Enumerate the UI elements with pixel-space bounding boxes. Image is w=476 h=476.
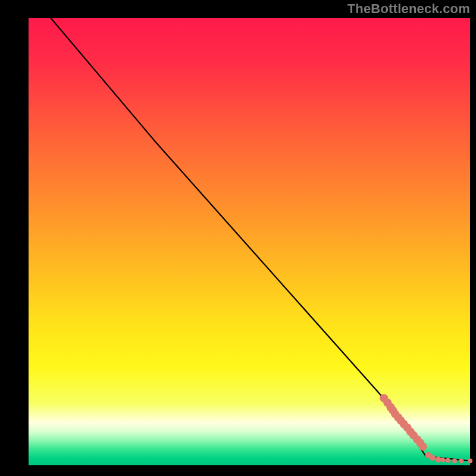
data-point (468, 459, 472, 464)
data-point (446, 458, 450, 463)
data-point (419, 442, 427, 450)
bottleneck-chart (0, 0, 476, 476)
plot-background (29, 18, 470, 465)
data-point (452, 459, 457, 464)
data-point (459, 459, 464, 464)
data-point (440, 458, 445, 462)
chart-frame: TheBottleneck.com (0, 0, 476, 476)
data-point (430, 455, 436, 461)
